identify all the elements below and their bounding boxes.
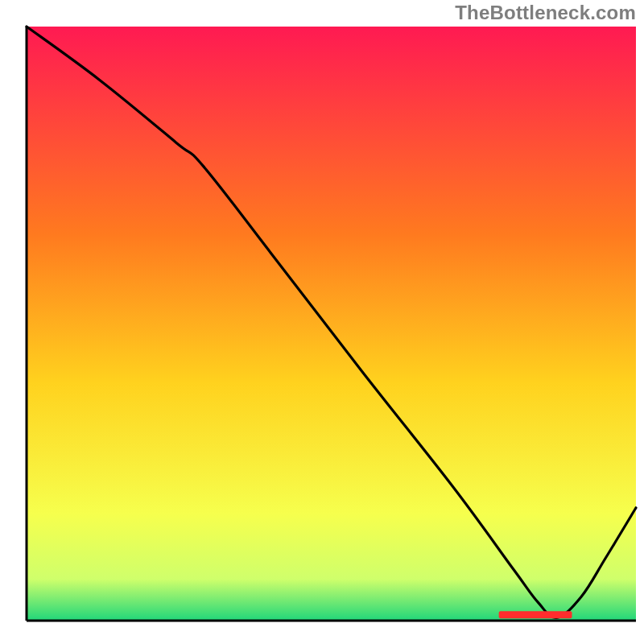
optimum-marker-bar (499, 611, 572, 618)
plot-background-gradient (27, 27, 636, 621)
bottleneck-chart (0, 0, 644, 644)
optimum-marker (499, 611, 572, 618)
